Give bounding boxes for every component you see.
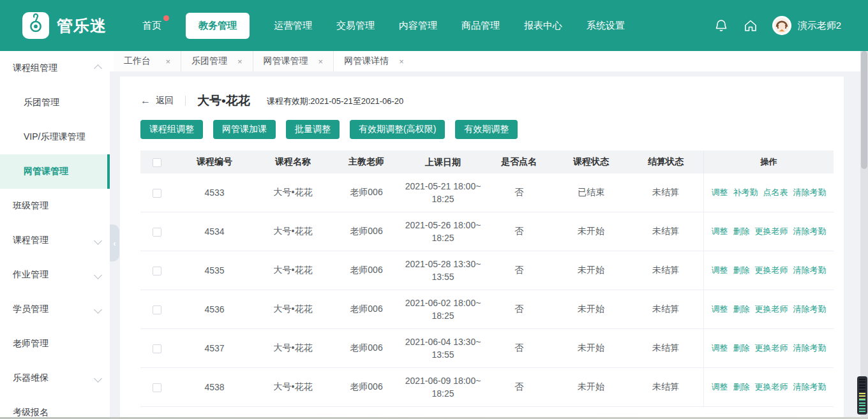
nav-transaction-management[interactable]: 交易管理 [336, 20, 375, 32]
validity-adjust-high-permission-button[interactable]: 有效期调整(高权限) [350, 120, 445, 139]
sidebar-item-label: 课程组管理 [13, 62, 57, 74]
cell-teacher: 老师006 [331, 342, 402, 354]
browser-scrollbar[interactable] [860, 51, 868, 419]
minimap-widget[interactable] [857, 376, 867, 415]
nav-product-management[interactable]: 商品管理 [461, 20, 500, 32]
delete-link[interactable]: 删除 [733, 342, 750, 354]
cell-settlement-status: 未结算 [628, 304, 703, 315]
nav-system-settings[interactable]: 系统设置 [587, 20, 625, 32]
validity-adjust-button[interactable]: 有效期调整 [455, 120, 518, 139]
cell-course-name: 大号•花花 [255, 187, 331, 198]
sidebar-item-homework-management[interactable]: 作业管理 [0, 258, 110, 292]
sidebar-item-instrument-maintenance[interactable]: 乐器维保 [0, 361, 110, 395]
row-checkbox[interactable] [153, 267, 161, 276]
sidebar-item-online-class-management[interactable]: 网管课管理 [0, 154, 110, 189]
makeup-attendance-link[interactable]: 补考勤 [733, 187, 758, 198]
cell-settlement-status: 未结算 [628, 187, 703, 198]
table-row: 4538 大号•花花 老师006 2021-06-09 18:00~18:25 … [140, 368, 834, 407]
cell-course-name: 大号•花花 [255, 342, 331, 354]
close-icon[interactable]: × [399, 57, 404, 66]
close-icon[interactable]: × [165, 57, 170, 66]
roll-call-sheet-link[interactable]: 点名表 [763, 187, 788, 198]
row-checkbox[interactable] [153, 189, 161, 198]
bell-icon[interactable] [714, 18, 729, 33]
delete-link[interactable]: 删除 [733, 226, 750, 237]
close-icon[interactable]: × [237, 57, 243, 66]
change-teacher-link[interactable]: 更换老师 [755, 265, 788, 276]
tab-orchestra-management[interactable]: 乐团管理 × [181, 51, 253, 71]
add-online-class-button[interactable]: 网管课加课 [213, 120, 276, 139]
cell-teacher: 老师006 [331, 187, 402, 198]
select-all-checkbox[interactable] [153, 158, 161, 167]
sidebar-item-grade-exam-registration[interactable]: 考级报名 [0, 395, 110, 419]
cell-course-id: 4538 [174, 382, 255, 392]
clear-attendance-link[interactable]: 清除考勤 [793, 265, 827, 276]
clear-attendance-link[interactable]: 清除考勤 [793, 304, 827, 315]
close-icon[interactable]: × [318, 57, 324, 66]
delete-link[interactable]: 删除 [733, 304, 750, 315]
sidebar-item-course-management[interactable]: 课程管理 [0, 223, 110, 258]
nav-content-management[interactable]: 内容管理 [399, 20, 437, 32]
change-teacher-link[interactable]: 更换老师 [755, 304, 788, 315]
cell-teacher: 老师006 [331, 226, 402, 237]
sidebar-collapse-handle[interactable]: ‹ [110, 224, 119, 261]
sidebar-item-class-management[interactable]: 班级管理 [0, 189, 110, 223]
clear-attendance-link[interactable]: 清除考勤 [793, 187, 827, 198]
cell-course-id: 4536 [174, 304, 255, 314]
sidebar-item-teacher-management[interactable]: 老师管理 [0, 327, 110, 361]
nav-home[interactable]: 首页 [142, 20, 161, 32]
adjust-link[interactable]: 调整 [712, 342, 728, 354]
home-icon[interactable] [743, 18, 758, 33]
cell-teacher: 老师006 [331, 304, 402, 315]
back-button[interactable]: ← 返回 [140, 95, 174, 107]
change-teacher-link[interactable]: 更换老师 [755, 381, 788, 393]
sidebar-item-label: 老师管理 [13, 338, 49, 349]
user-name[interactable]: 演示老师2 [798, 20, 841, 32]
detail-header: ← 返回 大号•花花 课程有效期:2021-05-21至2021-06-20 [140, 89, 834, 112]
delete-link[interactable]: 删除 [733, 265, 750, 276]
chevron-down-icon [94, 374, 102, 383]
clear-attendance-link[interactable]: 清除考勤 [793, 381, 827, 393]
column-header-teacher: 主教老师 [331, 156, 402, 168]
change-teacher-link[interactable]: 更换老师 [755, 342, 788, 354]
row-checkbox[interactable] [153, 228, 161, 237]
sidebar-item-student-management[interactable]: 学员管理 [0, 292, 110, 327]
table-row: 4535 大号•花花 老师006 2021-05-28 13:30~13:55 … [140, 251, 834, 290]
clear-attendance-link[interactable]: 清除考勤 [793, 226, 827, 237]
back-label: 返回 [156, 95, 174, 107]
nav-report-center[interactable]: 报表中心 [524, 20, 562, 32]
tab-online-class-detail[interactable]: 网管课详情 × [334, 51, 414, 71]
cell-course-name: 大号•花花 [255, 226, 331, 237]
tab-label: 网管课管理 [264, 55, 308, 67]
sidebar-item-orchestra-management[interactable]: 乐团管理 [0, 85, 110, 120]
tab-workbench[interactable]: 工作台 × [114, 51, 181, 71]
course-group-adjust-button[interactable]: 课程组调整 [140, 120, 203, 139]
adjust-link[interactable]: 调整 [712, 381, 728, 393]
nav-operation-management[interactable]: 运营管理 [274, 20, 312, 32]
adjust-link[interactable]: 调整 [712, 226, 728, 237]
table-row: 4534 大号•花花 老师006 2021-05-26 18:00~18:25 … [140, 212, 834, 251]
brand[interactable]: 管乐迷 [22, 12, 107, 39]
adjust-link[interactable]: 调整 [712, 304, 728, 315]
nav-academic-management[interactable]: 教务管理 [186, 13, 250, 39]
batch-adjust-button[interactable]: 批量调整 [286, 120, 340, 139]
row-checkbox[interactable] [153, 383, 161, 392]
row-checkbox[interactable] [153, 305, 161, 314]
detail-card: ← 返回 大号•花花 课程有效期:2021-05-21至2021-06-20 课… [120, 77, 844, 419]
sidebar-item-label: 班级管理 [13, 200, 49, 212]
sidebar-item-course-group-management[interactable]: 课程组管理 [0, 51, 110, 85]
adjust-link[interactable]: 调整 [712, 187, 728, 198]
column-header-roll-call: 是否点名 [484, 156, 554, 168]
sidebar-item-vip-theory-class-management[interactable]: VIP/乐理课管理 [0, 120, 110, 154]
delete-link[interactable]: 删除 [733, 381, 750, 393]
scrollbar-thumb[interactable] [861, 51, 867, 169]
tab-online-class-management[interactable]: 网管课管理 × [253, 51, 334, 71]
adjust-link[interactable]: 调整 [712, 265, 728, 276]
clear-attendance-link[interactable]: 清除考勤 [793, 342, 827, 354]
column-header-class-date: 上课日期 [402, 156, 484, 168]
user-avatar[interactable] [772, 16, 791, 35]
cell-course-name: 大号•花花 [255, 381, 331, 393]
column-header-settlement-status: 结算状态 [628, 156, 703, 168]
change-teacher-link[interactable]: 更换老师 [755, 226, 788, 237]
row-checkbox[interactable] [153, 344, 161, 353]
